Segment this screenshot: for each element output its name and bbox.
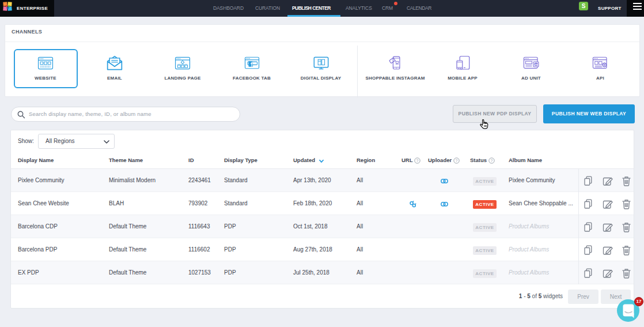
svg-text:Ad: Ad — [535, 63, 539, 66]
svg-text:?: ? — [491, 159, 493, 163]
svg-text:?: ? — [416, 159, 419, 163]
svg-text:?: ? — [456, 159, 458, 163]
